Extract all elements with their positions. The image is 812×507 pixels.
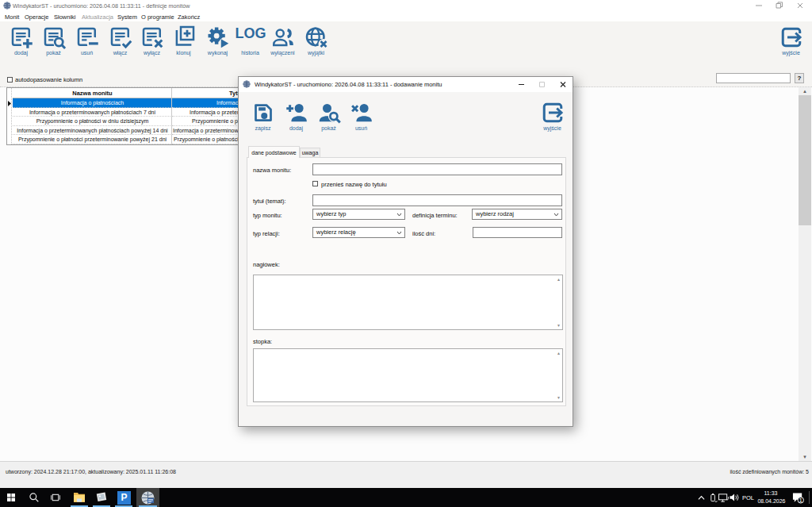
svg-text:LOG: LOG — [235, 25, 266, 41]
svg-text:1: 1 — [799, 497, 802, 503]
